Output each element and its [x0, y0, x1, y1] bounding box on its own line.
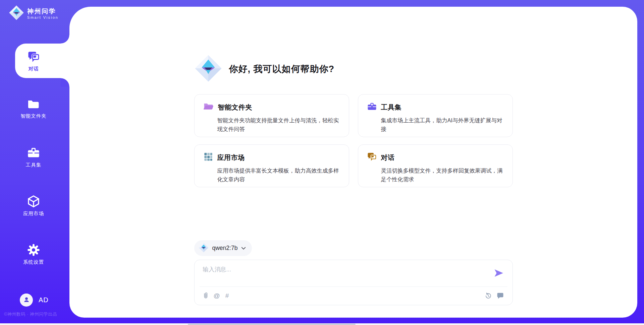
sidebar: 神州问学 Smart Vision	[0, 0, 69, 325]
app-title: 神州问学	[27, 8, 58, 15]
sidebar-item-chat[interactable]: 对话	[0, 44, 67, 78]
sidebar-item-label: 系统设置	[23, 259, 44, 265]
sidebar-item-label: 工具集	[26, 162, 42, 168]
card-toolset[interactable]: 工具集 集成市场上主流工具，助力AI与外界无缝扩展与对接	[358, 94, 513, 137]
folder-icon	[27, 97, 40, 111]
app-market-icon	[27, 195, 40, 208]
model-logo-icon	[199, 243, 209, 254]
tab-top-fillet	[61, 35, 69, 44]
card-smart-folder[interactable]: 智能文件夹 智能文件夹功能支持批量文件上传与清洗，轻松实现文件问答	[194, 94, 349, 137]
user-profile[interactable]: AD	[20, 294, 49, 307]
card-description: 智能文件夹功能支持批量文件上传与清洗，轻松实现文件问答	[217, 116, 341, 133]
toolbox-icon	[367, 102, 377, 113]
tab-bottom-fillet	[61, 78, 69, 87]
active-tab-background	[15, 44, 69, 78]
sidebar-item-label: 应用市场	[23, 210, 44, 217]
greeting-block: 你好, 我可以如何帮助你?	[194, 54, 513, 84]
sidebar-item-settings[interactable]: 系统设置	[0, 243, 67, 265]
chat-bubbles-icon	[367, 152, 377, 163]
brand-diamond-icon	[194, 54, 222, 84]
toolbox-icon	[27, 146, 40, 159]
model-selector[interactable]: qwen2:7b	[194, 240, 252, 256]
app-tagline: Smart Vision	[27, 15, 58, 19]
main-panel: 你好, 我可以如何帮助你? 智能文件夹 智能文件夹功能支持批量文件上传与清洗，轻…	[69, 7, 637, 318]
card-title: 工具集	[381, 103, 402, 112]
chevron-down-icon	[241, 245, 246, 251]
sidebar-item-smart-folder[interactable]: 智能文件夹	[0, 97, 67, 119]
history-icon[interactable]	[485, 292, 492, 299]
sidebar-item-toolset[interactable]: 工具集	[0, 146, 67, 168]
send-icon[interactable]	[494, 269, 504, 277]
card-title: 对话	[381, 153, 395, 162]
user-initials: AD	[39, 296, 49, 304]
comment-icon[interactable]	[497, 292, 504, 299]
brand-diamond-icon	[9, 5, 24, 22]
avatar	[20, 294, 33, 307]
scrollbar-thumb[interactable]	[188, 324, 356, 325]
horizontal-scrollbar[interactable]	[0, 323, 644, 325]
chat-icon	[27, 50, 40, 63]
at-icon[interactable]: @	[214, 292, 220, 299]
card-description: 应用市场提供丰富长文本模板，助力高效生成多样化文章内容	[217, 166, 341, 184]
message-input[interactable]: 输入消息...	[203, 265, 231, 273]
feature-cards: 智能文件夹 智能文件夹功能支持批量文件上传与清洗，轻松实现文件问答 工具集 集成…	[194, 94, 513, 187]
grid-cube-icon	[203, 152, 213, 163]
folder-open-icon	[203, 102, 214, 113]
card-description: 灵活切换多模型文件，支持多样回复效果调试，满足个性化需求	[381, 166, 504, 184]
person-icon	[23, 296, 30, 305]
card-description: 集成市场上主流工具，助力AI与外界无缝扩展与对接	[381, 116, 504, 133]
settings-gear-icon	[27, 243, 40, 257]
sidebar-item-label: 对话	[29, 66, 39, 72]
card-title: 智能文件夹	[218, 103, 253, 112]
hash-icon[interactable]: #	[225, 292, 229, 299]
app-background: 神州问学 Smart Vision	[0, 0, 644, 325]
card-chat[interactable]: 对话 灵活切换多模型文件，支持多样回复效果调试，满足个性化需求	[358, 144, 513, 187]
card-title: 应用市场	[217, 153, 245, 162]
paperclip-icon[interactable]	[203, 292, 208, 299]
app-logo: 神州问学 Smart Vision	[9, 5, 58, 22]
model-name: qwen2:7b	[212, 245, 238, 252]
sidebar-item-app-market[interactable]: 应用市场	[0, 195, 67, 217]
copyright-footer: ©神州数码 · 神州问学出品	[4, 311, 57, 317]
greeting-title: 你好, 我可以如何帮助你?	[229, 63, 335, 75]
card-app-market[interactable]: 应用市场 应用市场提供丰富长文本模板，助力高效生成多样化文章内容	[194, 144, 349, 187]
message-composer[interactable]: 输入消息... @ #	[194, 260, 513, 305]
sidebar-item-label: 智能文件夹	[20, 113, 47, 119]
